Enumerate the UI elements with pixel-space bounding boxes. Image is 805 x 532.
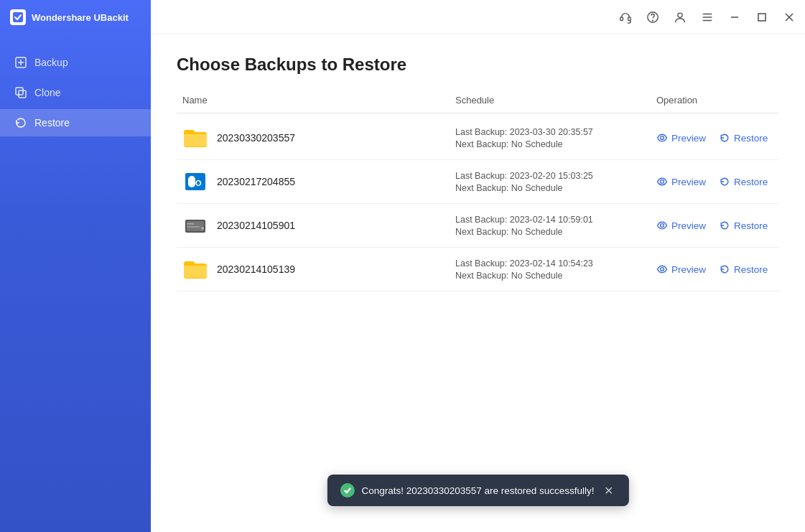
backup-name-3: 20230214105901 xyxy=(217,220,295,231)
svg-rect-3 xyxy=(19,90,26,98)
app-title: Wondershare UBackit xyxy=(32,12,129,23)
backup-name-4: 20230214105139 xyxy=(217,263,295,275)
preview-button-2[interactable]: Preview xyxy=(656,176,706,187)
svg-rect-22 xyxy=(187,226,200,228)
sidebar-navigation: Backup Clone Restore xyxy=(0,49,151,136)
table-row: O 20230217204855 Last Backup: 2023-02-20… xyxy=(177,160,779,204)
sidebar-item-restore[interactable]: Restore xyxy=(0,109,151,136)
preview-button-1[interactable]: Preview xyxy=(656,132,706,144)
next-backup-3: Next Backup: No Schedule xyxy=(455,227,656,237)
drive-icon xyxy=(182,213,208,238)
last-backup-3: Last Backup: 2023-02-14 10:59:01 xyxy=(455,215,656,225)
backup-name-cell: 20230330203557 xyxy=(182,125,455,151)
toast-notification: Congrats! 20230330203557 are restored su… xyxy=(327,475,628,506)
sidebar-item-clone[interactable]: Clone xyxy=(0,79,151,106)
backup-name-cell: 20230214105901 xyxy=(182,213,455,238)
ops-cell-4: Preview Restore xyxy=(656,263,773,275)
svg-point-13 xyxy=(661,136,664,140)
restore-button-2[interactable]: Restore xyxy=(719,176,768,187)
folder-yellow-icon xyxy=(182,125,208,151)
folder-yellow-icon-2 xyxy=(182,256,208,282)
toast-content: Congrats! 20230330203557 are restored su… xyxy=(340,483,594,498)
table-header: Name Schedule Operation xyxy=(177,95,779,113)
backup-name-cell: 20230214105139 xyxy=(182,256,455,282)
clone-icon xyxy=(14,86,27,99)
toast-message: Congrats! 20230330203557 are restored su… xyxy=(361,485,594,496)
table-row: 20230330203557 Last Backup: 2023-03-30 2… xyxy=(177,116,779,160)
minimize-icon[interactable] xyxy=(726,9,743,26)
headset-icon[interactable] xyxy=(617,9,634,26)
svg-rect-16 xyxy=(188,176,195,187)
titlebar xyxy=(151,0,805,34)
svg-rect-5 xyxy=(628,17,631,21)
schedule-cell-2: Last Backup: 2023-02-20 15:03:25 Next Ba… xyxy=(455,171,656,193)
preview-button-3[interactable]: Preview xyxy=(656,220,706,231)
close-icon[interactable] xyxy=(781,9,798,26)
outlook-icon: O xyxy=(182,169,208,195)
toast-close-button[interactable]: ✕ xyxy=(602,483,616,498)
schedule-cell-3: Last Backup: 2023-02-14 10:59:01 Next Ba… xyxy=(455,215,656,237)
page-content: Choose Backups to Restore Name Schedule … xyxy=(151,34,805,532)
backup-icon xyxy=(14,56,27,69)
main-content: Choose Backups to Restore Name Schedule … xyxy=(151,0,805,532)
maximize-icon[interactable] xyxy=(753,9,771,26)
ops-cell-3: Preview Restore xyxy=(656,220,773,231)
sidebar-item-clone-label: Clone xyxy=(34,87,61,98)
restore-button-1[interactable]: Restore xyxy=(719,132,768,144)
backup-name-1: 20230330203557 xyxy=(217,132,295,144)
next-backup-2: Next Backup: No Schedule xyxy=(455,183,656,193)
app-logo xyxy=(10,9,26,25)
help-icon[interactable] xyxy=(644,9,661,26)
svg-rect-2 xyxy=(16,88,23,95)
last-backup-2: Last Backup: 2023-02-20 15:03:25 xyxy=(455,171,656,181)
col-header-schedule: Schedule xyxy=(455,95,656,106)
svg-rect-4 xyxy=(620,17,623,21)
sidebar-item-backup-label: Backup xyxy=(34,57,68,68)
svg-point-24 xyxy=(661,224,664,228)
restore-icon xyxy=(14,116,27,129)
svg-point-18 xyxy=(661,180,664,184)
next-backup-4: Next Backup: No Schedule xyxy=(455,271,656,281)
restore-button-3[interactable]: Restore xyxy=(719,220,768,231)
table-row: 20230214105901 Last Backup: 2023-02-14 1… xyxy=(177,204,779,248)
svg-point-8 xyxy=(678,13,682,17)
backup-name-cell: O 20230217204855 xyxy=(182,169,455,195)
next-backup-1: Next Backup: No Schedule xyxy=(455,139,656,149)
svg-point-7 xyxy=(653,20,653,21)
schedule-cell-1: Last Backup: 2023-03-30 20:35:57 Next Ba… xyxy=(455,127,656,149)
ops-cell-1: Preview Restore xyxy=(656,132,773,144)
app-header: Wondershare UBackit xyxy=(0,0,151,34)
table-row: 20230214105139 Last Backup: 2023-02-14 1… xyxy=(177,248,779,291)
sidebar-item-restore-label: Restore xyxy=(34,117,70,129)
svg-point-25 xyxy=(661,268,664,271)
backup-name-2: 20230217204855 xyxy=(217,176,295,187)
preview-button-4[interactable]: Preview xyxy=(656,263,706,275)
ops-cell-2: Preview Restore xyxy=(656,176,773,187)
schedule-cell-4: Last Backup: 2023-02-14 10:54:23 Next Ba… xyxy=(455,258,656,281)
page-title: Choose Backups to Restore xyxy=(177,55,779,75)
last-backup-1: Last Backup: 2023-03-30 20:35:57 xyxy=(455,127,656,137)
svg-text:O: O xyxy=(195,179,202,187)
svg-rect-23 xyxy=(187,223,194,225)
restore-button-4[interactable]: Restore xyxy=(719,263,768,275)
col-header-name: Name xyxy=(182,95,455,106)
col-header-operation: Operation xyxy=(656,95,773,106)
toast-success-icon xyxy=(340,483,354,498)
sidebar: Wondershare UBackit Backup Clone xyxy=(0,0,151,532)
last-backup-4: Last Backup: 2023-02-14 10:54:23 xyxy=(455,258,656,269)
svg-point-21 xyxy=(201,227,204,230)
account-icon[interactable] xyxy=(671,9,689,26)
svg-rect-10 xyxy=(758,14,766,21)
sidebar-item-backup[interactable]: Backup xyxy=(0,49,151,76)
menu-icon[interactable] xyxy=(699,9,716,26)
